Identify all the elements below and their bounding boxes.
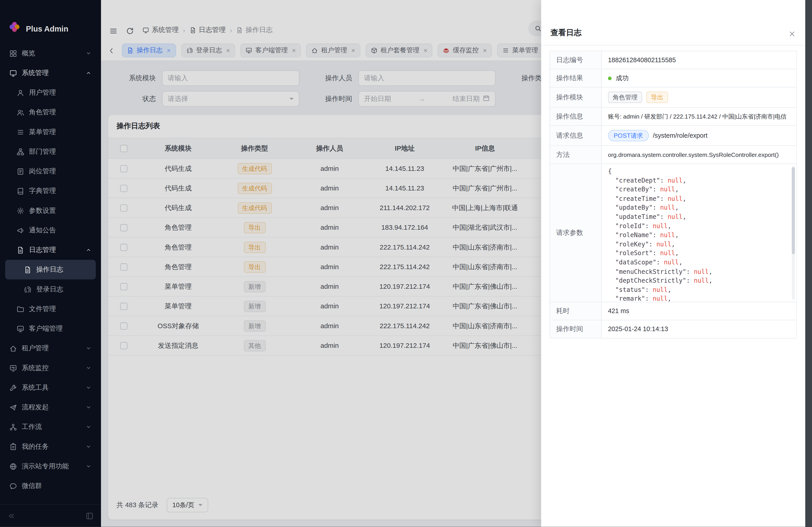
status-text: 成功	[616, 74, 629, 82]
field-label: 操作结果	[550, 70, 602, 87]
json-line: "createTime": null,	[608, 195, 788, 204]
json-value: null	[653, 295, 667, 302]
json-key: "createTime"	[615, 195, 660, 202]
log-details: 日志编号1882612840802115585操作结果成功操作模块角色管理导出操…	[549, 51, 797, 338]
json-key: "roleKey"	[615, 241, 649, 248]
json-colon: :	[645, 295, 653, 302]
request-url: /system/role/export	[653, 132, 707, 139]
json-colon: :	[653, 186, 660, 193]
field-label: 方法	[550, 146, 602, 163]
field-value: 成功	[602, 70, 796, 87]
field-value: 1882612840802115585	[602, 51, 796, 69]
field-value: {"createDept": null,"createBy": null,"cr…	[602, 164, 796, 302]
json-value: null	[694, 277, 709, 284]
json-key: "updateTime"	[615, 213, 660, 221]
log-field-info: 操作信息账号: admin / 研发部门 / 222.175.114.242 /…	[550, 108, 796, 126]
json-key: "status"	[615, 286, 645, 293]
json-line: "remark": null,	[608, 295, 788, 302]
json-colon: :	[645, 286, 653, 293]
json-value: null	[660, 186, 675, 193]
json-key: "roleId"	[615, 222, 645, 229]
field-value: 账号: admin / 研发部门 / 222.175.114.242 / 中国|…	[602, 108, 796, 125]
json-comma: ,	[683, 177, 686, 184]
json-key: "remark"	[615, 295, 645, 302]
json-comma: ,	[675, 250, 679, 257]
json-colon: :	[653, 231, 660, 239]
json-value: null	[660, 231, 675, 239]
drawer-title: 查看日志	[551, 28, 582, 38]
json-key: "createBy"	[615, 186, 653, 193]
json-line: "roleName": null,	[608, 231, 788, 240]
json-line: "roleKey": null,	[608, 240, 788, 249]
json-comma: ,	[668, 222, 671, 229]
json-value: null	[656, 241, 671, 248]
json-line: {	[608, 167, 788, 176]
log-field-log-id: 日志编号1882612840802115585	[550, 51, 796, 69]
json-colon: :	[645, 222, 653, 229]
json-line: "status": null,	[608, 286, 788, 295]
json-key: "updateBy"	[615, 204, 653, 211]
drawer-close-button[interactable]	[788, 30, 796, 37]
json-colon: :	[653, 204, 660, 211]
json-comma: ,	[671, 241, 675, 248]
field-label: 请求信息	[550, 126, 602, 146]
log-field-params: 请求参数{"createDept": null,"createBy": null…	[550, 164, 796, 302]
field-value: 421 ms	[602, 302, 796, 320]
log-detail-drawer: 查看日志 日志编号1882612840802115585操作结果成功操作模块角色…	[541, 0, 805, 527]
json-value: null	[694, 268, 709, 275]
field-label: 日志编号	[550, 51, 602, 69]
field-value: org.dromara.system.controller.system.Sys…	[602, 146, 796, 163]
json-value: null	[668, 177, 683, 184]
json-value: null	[668, 195, 683, 202]
json-colon: :	[649, 241, 656, 248]
json-value: null	[668, 213, 683, 221]
log-field-method: 方法org.dromara.system.controller.system.S…	[550, 146, 796, 164]
json-comma: ,	[675, 204, 679, 211]
json-key: "deptCheckStrictly"	[615, 277, 686, 284]
json-colon: :	[660, 213, 668, 221]
app-root: 系统管理›日志管理›操作日志 操作日志×登录日志×客户端管理×租户管理×租户套餐…	[0, 0, 812, 527]
request-method-tag: POST请求	[608, 130, 649, 141]
json-line: "updateTime": null,	[608, 213, 788, 222]
log-field-request: 请求信息POST请求/system/role/export	[550, 126, 796, 146]
json-key: "menuCheckStrictly"	[615, 268, 686, 275]
json-comma: ,	[679, 259, 683, 266]
json-colon: :	[653, 250, 660, 257]
json-comma: ,	[683, 213, 686, 221]
field-label: 请求参数	[550, 164, 602, 302]
field-value: 2025-01-24 10:14:13	[602, 320, 796, 338]
log-field-result: 操作结果成功	[550, 70, 796, 88]
warning-tag: 导出	[646, 91, 668, 103]
drawer-header: 查看日志	[541, 0, 805, 46]
json-value: null	[660, 250, 675, 257]
json-colon: :	[660, 177, 668, 184]
json-line: "roleId": null,	[608, 222, 788, 231]
json-key: "roleSort"	[615, 250, 653, 257]
close-icon	[788, 30, 796, 37]
json-value: null	[664, 259, 679, 266]
json-comma: ,	[668, 286, 671, 293]
json-value: null	[653, 286, 667, 293]
json-value: null	[653, 222, 667, 229]
field-label: 操作信息	[550, 108, 602, 125]
json-comma: ,	[668, 295, 671, 302]
json-comma: ,	[709, 268, 712, 275]
request-params-code: {"createDept": null,"createBy": null,"cr…	[602, 164, 796, 302]
window-scrollbar[interactable]	[805, 0, 812, 527]
json-line: "createDept": null,	[608, 176, 788, 185]
log-field-time: 操作时间2025-01-24 10:14:13	[550, 320, 796, 338]
json-key: "roleName"	[615, 231, 653, 239]
code-scrollbar-thumb[interactable]	[792, 167, 795, 254]
json-line: "createBy": null,	[608, 185, 788, 194]
json-colon: :	[686, 277, 694, 284]
field-label: 耗时	[550, 302, 602, 320]
field-label: 操作时间	[550, 320, 602, 338]
json-line: "deptCheckStrictly": null,	[608, 276, 788, 285]
log-field-duration: 耗时421 ms	[550, 302, 796, 320]
json-colon: :	[686, 268, 694, 275]
json-colon: :	[660, 195, 668, 202]
field-value: POST请求/system/role/export	[602, 126, 796, 146]
json-key: "createDept"	[615, 177, 660, 184]
json-line: "updateBy": null,	[608, 204, 788, 213]
json-comma: ,	[675, 231, 679, 239]
